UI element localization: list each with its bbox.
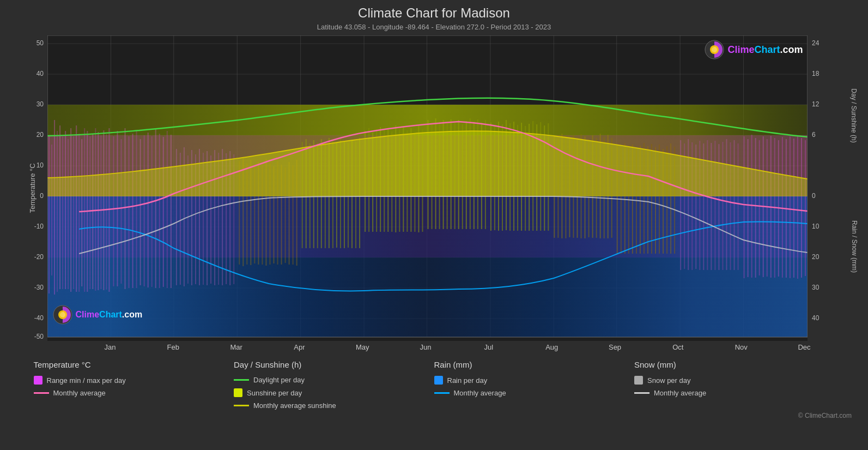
chart-container: Climate Chart for Madison Latitude 43.05… bbox=[0, 0, 868, 450]
svg-rect-45 bbox=[54, 120, 55, 295]
legend-line-monthly-avg-rain bbox=[434, 392, 450, 394]
svg-rect-74 bbox=[143, 135, 144, 286]
svg-rect-64 bbox=[106, 134, 107, 290]
svg-rect-76 bbox=[151, 136, 152, 287]
svg-text:6: 6 bbox=[812, 131, 816, 139]
legend-col-snow: Snow (mm) Snow per day Monthly average bbox=[634, 360, 835, 410]
svg-text:-40: -40 bbox=[34, 314, 44, 322]
logo-text-bottom: ClimeChart.com bbox=[76, 310, 143, 320]
svg-text:10: 10 bbox=[36, 161, 44, 169]
svg-rect-238 bbox=[789, 136, 790, 278]
chart-area: Temperature °C 50 40 30 20 10 0 -10 -20 … bbox=[17, 35, 851, 341]
legend-title-rain: Rain (mm) bbox=[434, 360, 635, 369]
x-label-mar: Mar bbox=[205, 343, 268, 351]
svg-text:20: 20 bbox=[812, 253, 820, 261]
x-label-aug: Aug bbox=[520, 343, 584, 351]
legend-item-monthly-avg-snow: Monthly average bbox=[634, 389, 835, 397]
svg-rect-70 bbox=[128, 136, 129, 288]
svg-rect-46 bbox=[57, 131, 58, 292]
svg-text:40: 40 bbox=[812, 314, 820, 322]
legend-col-sunshine: Day / Sunshine (h) Daylight per day Suns… bbox=[234, 360, 434, 410]
svg-rect-61 bbox=[98, 132, 99, 290]
svg-rect-55 bbox=[81, 139, 82, 286]
svg-text:24: 24 bbox=[812, 39, 820, 47]
svg-text:10: 10 bbox=[812, 223, 820, 230]
svg-rect-72 bbox=[136, 131, 137, 288]
svg-rect-50 bbox=[68, 139, 69, 289]
svg-rect-51 bbox=[70, 128, 71, 292]
svg-rect-242 bbox=[804, 140, 805, 276]
legend-item-sunshine-day: Sunshine per day bbox=[234, 388, 434, 397]
legend-line-monthly-avg-temp bbox=[34, 392, 49, 394]
svg-rect-60 bbox=[95, 128, 96, 291]
legend-label-daylight: Daylight per day bbox=[253, 376, 305, 384]
svg-rect-77 bbox=[155, 129, 156, 288]
svg-text:30: 30 bbox=[36, 100, 44, 108]
svg-rect-52 bbox=[73, 136, 74, 289]
svg-rect-219 bbox=[714, 141, 715, 270]
svg-rect-43 bbox=[48, 135, 50, 293]
svg-text:-20: -20 bbox=[34, 253, 44, 261]
x-label-nov: Nov bbox=[709, 343, 773, 351]
svg-rect-66 bbox=[113, 136, 114, 286]
svg-rect-80 bbox=[166, 131, 167, 288]
legend-title-snow: Snow (mm) bbox=[634, 360, 835, 369]
x-label-may: May bbox=[331, 343, 394, 351]
svg-rect-78 bbox=[159, 134, 160, 288]
svg-rect-228 bbox=[751, 135, 752, 278]
y-right-bottom-label: Rain / Snow (mm) bbox=[851, 220, 858, 273]
y-right-top-label: Day / Sunshine (h) bbox=[850, 88, 858, 142]
logo-text-top: ClimeChart.com bbox=[727, 44, 803, 56]
legend-box-range bbox=[34, 376, 43, 385]
svg-rect-225 bbox=[737, 143, 738, 270]
chart-svg bbox=[47, 35, 808, 341]
svg-rect-71 bbox=[132, 134, 133, 288]
legend-item-range: Range min / max per day bbox=[34, 376, 234, 385]
y-axis-right: 24 18 12 6 0 10 20 30 40 Day / Sunshine … bbox=[808, 35, 851, 341]
copyright: © ClimeChart.com bbox=[798, 412, 852, 419]
x-label-jul: Jul bbox=[457, 343, 520, 351]
svg-rect-54 bbox=[78, 134, 80, 292]
legend-box-sunshine bbox=[234, 388, 242, 397]
logo-bottom: ClimeChart.com bbox=[53, 305, 143, 325]
y-axis-right-svg: 24 18 12 6 0 10 20 30 40 bbox=[808, 35, 851, 341]
svg-text:-50: -50 bbox=[34, 333, 44, 340]
svg-text:50: 50 bbox=[36, 39, 44, 47]
svg-rect-230 bbox=[758, 140, 760, 275]
svg-rect-227 bbox=[747, 139, 748, 277]
x-label-dec: Dec bbox=[773, 343, 836, 351]
svg-text:-10: -10 bbox=[34, 223, 44, 230]
svg-text:-30: -30 bbox=[34, 284, 44, 291]
logo-top: ClimeChart.com bbox=[705, 40, 803, 59]
chart-plot: ClimeChart.com ClimeChart.com bbox=[47, 35, 808, 341]
svg-rect-44 bbox=[51, 145, 52, 275]
legend-box-snow bbox=[634, 376, 643, 385]
svg-rect-229 bbox=[755, 138, 756, 278]
svg-text:30: 30 bbox=[812, 284, 820, 291]
x-label-feb: Feb bbox=[142, 343, 205, 351]
svg-rect-69 bbox=[124, 128, 125, 289]
svg-rect-241 bbox=[800, 138, 802, 278]
svg-rect-226 bbox=[743, 136, 744, 278]
svg-text:18: 18 bbox=[812, 70, 820, 77]
svg-rect-47 bbox=[59, 125, 60, 289]
svg-rect-224 bbox=[733, 140, 735, 270]
legend-col-temperature: Temperature °C Range min / max per day M… bbox=[34, 360, 234, 410]
svg-rect-75 bbox=[147, 133, 148, 287]
legend-box-rain bbox=[434, 376, 443, 385]
chart-subtitle: Latitude 43.058 - Longitude -89.464 - El… bbox=[317, 23, 551, 31]
legend-title-temperature: Temperature °C bbox=[34, 360, 234, 369]
svg-rect-221 bbox=[722, 142, 723, 270]
legend-label-monthly-avg-sunshine: Monthly average sunshine bbox=[253, 401, 336, 410]
legend-label-monthly-avg-temp: Monthly average bbox=[53, 389, 106, 397]
legend-label-rain-day: Rain per day bbox=[447, 376, 488, 385]
svg-rect-48 bbox=[62, 136, 63, 289]
svg-rect-49 bbox=[65, 131, 66, 289]
svg-rect-239 bbox=[793, 139, 794, 278]
svg-text:0: 0 bbox=[40, 192, 44, 200]
svg-text:20: 20 bbox=[36, 131, 44, 139]
legend-col-rain: Rain (mm) Rain per day Monthly average bbox=[434, 360, 635, 410]
x-label-apr: Apr bbox=[268, 343, 331, 351]
svg-rect-53 bbox=[76, 125, 77, 292]
x-label-oct: Oct bbox=[646, 343, 709, 351]
